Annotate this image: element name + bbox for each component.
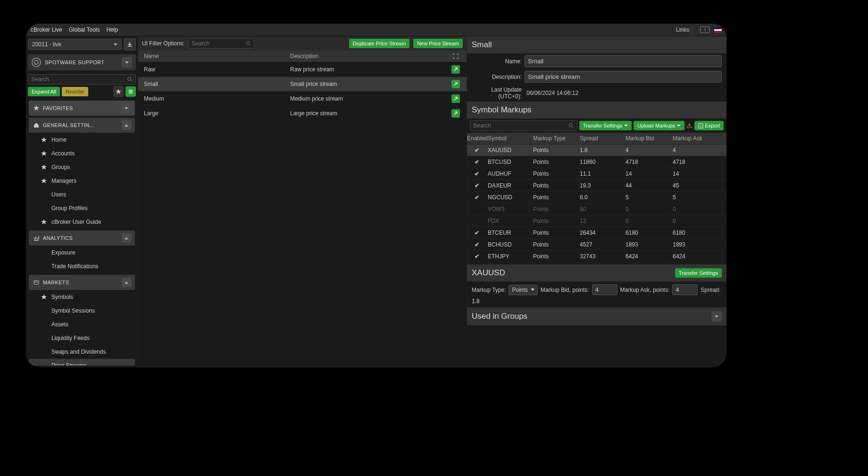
stream-search[interactable]	[188, 38, 254, 49]
language-flag-icon[interactable]	[714, 27, 722, 33]
expand-all-button[interactable]: Expand All	[28, 87, 60, 96]
chevron-down-icon[interactable]	[122, 103, 131, 113]
sidebar-item[interactable]: Exposure	[29, 246, 135, 259]
list-view-icon[interactable]	[125, 86, 136, 97]
markup-bid-input[interactable]	[592, 284, 618, 295]
chevron-up-icon[interactable]	[122, 233, 131, 243]
nav-section-favorites[interactable]: FAVORITES	[29, 101, 135, 116]
markup-ask-input[interactable]	[672, 284, 698, 295]
used-in-groups-header[interactable]: Used in Groups	[467, 307, 726, 325]
markup-row[interactable]: ✔ETHJPYPoints3274364246424	[467, 250, 726, 262]
detail-transfer-button[interactable]: Transfer Settings	[675, 268, 722, 278]
svg-line-1	[131, 80, 132, 82]
markets-icon	[33, 280, 40, 285]
chart-icon	[33, 235, 40, 241]
menu-cbroker-live[interactable]: cBroker Live	[31, 26, 62, 33]
reorder-button[interactable]: Reorder	[62, 87, 88, 96]
enabled-check[interactable]: ✔	[467, 253, 487, 260]
sidebar-item-label: Trade Notifications	[51, 263, 99, 270]
symbol-markups-title: Symbol Markups	[467, 102, 726, 119]
layout-icon[interactable]	[700, 26, 709, 33]
sidebar-item[interactable]: Swaps and Dividends	[29, 345, 135, 358]
warning-icon: ⚠	[686, 122, 693, 129]
enabled-check[interactable]: ✔	[467, 194, 487, 201]
account-select[interactable]: 20011 - live	[28, 39, 122, 50]
markup-row[interactable]: VOW3Points5000	[467, 203, 726, 215]
stream-row[interactable]: SmallSmall price stream	[138, 76, 467, 91]
open-icon[interactable]	[451, 94, 460, 103]
markup-search-input[interactable]	[473, 122, 568, 129]
sidebar-item[interactable]: Price Streams	[29, 359, 135, 366]
enabled-check[interactable]: ✔	[467, 170, 487, 177]
name-input[interactable]	[525, 55, 722, 67]
new-stream-button[interactable]: New Price Stream	[413, 39, 463, 48]
sidebar-item[interactable]: Groups	[29, 161, 135, 174]
sidebar-search[interactable]	[28, 74, 136, 85]
sidebar-item[interactable]: Group Profiles	[29, 202, 135, 215]
enabled-check[interactable]: ✔	[467, 182, 487, 189]
markup-row[interactable]: ✔NGCUSDPoints8.055	[467, 191, 726, 203]
sidebar-item[interactable]: Users	[29, 188, 135, 201]
chevron-up-icon[interactable]	[122, 278, 131, 287]
sidebar-item-label: Symbols	[51, 294, 73, 300]
description-input[interactable]	[525, 71, 722, 83]
sidebar-item[interactable]: Liquidity Feeds	[29, 332, 135, 345]
sidebar-item[interactable]: Home	[29, 133, 135, 146]
stream-row[interactable]: RawRaw price stream	[138, 62, 467, 76]
star-icon	[41, 151, 49, 156]
stream-row[interactable]: MediumMedium price stream	[138, 91, 467, 106]
spotware-support-button[interactable]: SPOTWARE SUPPORT	[28, 54, 136, 70]
star-icon	[41, 137, 49, 143]
markup-row[interactable]: ✔BTCUSDPoints1186047184718	[467, 156, 726, 168]
markup-row[interactable]: FDXPoints1300	[467, 215, 726, 227]
markup-row[interactable]: ✔DAXEURPoints19.34445	[467, 179, 726, 191]
sidebar-search-input[interactable]	[31, 76, 127, 83]
enabled-check[interactable]: ✔	[467, 241, 487, 248]
export-button[interactable]: Export	[694, 121, 724, 130]
chevron-up-icon[interactable]	[122, 120, 131, 130]
nav-section-general[interactable]: GENERAL SETTIN...	[29, 118, 135, 133]
markup-row[interactable]: ✔BTCEURPoints2643461806180	[467, 227, 726, 238]
enabled-check[interactable]: ✔	[467, 159, 487, 165]
open-icon[interactable]	[451, 109, 460, 118]
sidebar-item[interactable]: cBroker User Guide	[29, 215, 135, 229]
sidebar-item[interactable]: Symbol Sessions	[29, 304, 135, 317]
sidebar-item[interactable]: Managers	[29, 174, 135, 187]
upload-markups-button[interactable]: Upload Markups	[634, 121, 684, 130]
markup-type-select[interactable]: Points	[509, 285, 537, 295]
sidebar-item[interactable]: Accounts	[29, 147, 135, 160]
expand-icon[interactable]	[449, 53, 463, 59]
markup-row[interactable]: ✔AUDHUFPoints11.11414	[467, 168, 726, 179]
menu-help[interactable]: Help	[107, 26, 118, 33]
sidebar-item[interactable]: Trade Notifications	[29, 260, 135, 273]
markup-search[interactable]	[470, 120, 577, 131]
sidebar-item-label: Price Streams	[51, 362, 87, 366]
nav-section-analytics[interactable]: ANALYTICS	[29, 230, 135, 246]
svg-line-4	[249, 44, 250, 46]
sidebar-item[interactable]: Assets	[29, 318, 135, 331]
chevron-down-icon[interactable]	[711, 311, 722, 322]
last-update-value: 06/06/2024 14:06:12	[525, 90, 578, 96]
svg-line-6	[572, 127, 574, 128]
spotware-chevron-icon[interactable]	[122, 57, 132, 68]
transfer-settings-button[interactable]: Transfer Settings	[579, 121, 632, 130]
sidebar-item-label: Groups	[51, 164, 70, 170]
svg-rect-2	[34, 280, 39, 284]
menu-links[interactable]: Links	[676, 26, 689, 33]
enabled-check[interactable]: ✔	[467, 230, 487, 236]
svg-point-0	[128, 77, 131, 81]
open-icon[interactable]	[451, 65, 460, 74]
markup-row[interactable]: ✔XAUUSDPoints1.844	[467, 144, 726, 156]
open-icon[interactable]	[451, 80, 460, 88]
markup-row[interactable]: ✔BCHUSDPoints452718931893	[467, 238, 726, 250]
stream-search-input[interactable]	[192, 40, 246, 47]
enabled-check[interactable]: ✔	[467, 147, 487, 153]
nav-section-markets[interactable]: MARKETS	[29, 275, 135, 290]
menu-global-tools[interactable]: Global Tools	[69, 26, 100, 33]
sidebar-item[interactable]: Symbols	[29, 290, 135, 304]
duplicate-stream-button[interactable]: Duplicate Price Stream	[349, 39, 410, 48]
star-toggle-icon[interactable]	[113, 86, 124, 97]
sidebar-item-label: Managers	[51, 178, 76, 184]
stream-row[interactable]: LargeLarge price stream	[138, 106, 467, 120]
download-icon[interactable]	[124, 38, 136, 51]
